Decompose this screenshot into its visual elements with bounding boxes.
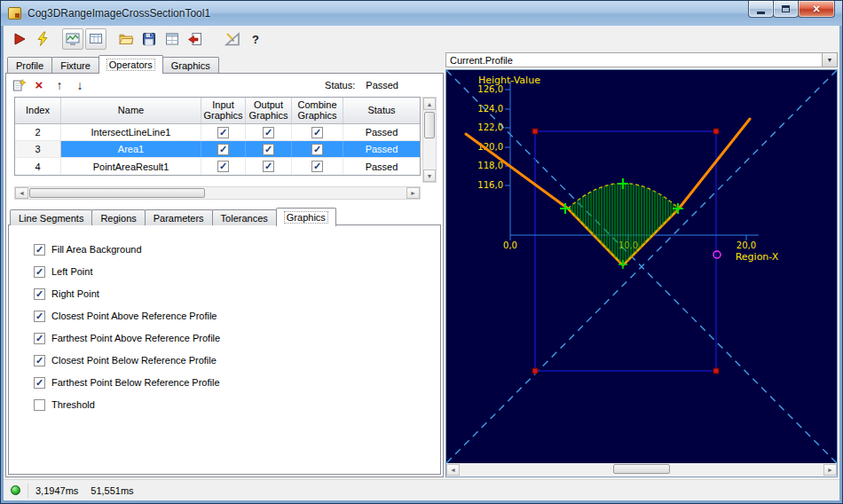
delete-x-icon: × xyxy=(35,79,43,91)
tab-regions[interactable]: Regions xyxy=(91,209,145,225)
run-button[interactable] xyxy=(9,28,30,50)
closest-point-above-checkbox[interactable] xyxy=(34,311,45,322)
tab-graphics-sub[interactable]: Graphics xyxy=(276,208,336,226)
minimize-button[interactable] xyxy=(748,1,774,18)
help-button[interactable]: ? xyxy=(245,28,266,50)
arrow-up-icon: ↑ xyxy=(57,79,63,91)
x-axis-title: Region-X xyxy=(736,251,779,263)
close-button[interactable]: × xyxy=(798,1,835,18)
chevron-down-icon[interactable]: ▼ xyxy=(822,53,837,67)
option-threshold[interactable]: Threshold xyxy=(34,398,440,411)
right-point-checkbox[interactable] xyxy=(34,288,45,300)
import-image-button[interactable] xyxy=(185,28,206,50)
cell-index: 4 xyxy=(15,158,61,175)
combine-graphics-checkbox[interactable] xyxy=(311,161,323,172)
output-graphics-checkbox[interactable] xyxy=(263,161,274,172)
run-continuous-button[interactable] xyxy=(32,28,53,50)
tab-label: Operators xyxy=(107,59,154,70)
tab-fixture[interactable]: Fixture xyxy=(51,57,99,73)
table-row[interactable]: 3 Area1 Passed xyxy=(15,141,420,158)
scroll-down-arrow[interactable]: ▼ xyxy=(423,169,436,182)
scroll-up-arrow[interactable]: ▲ xyxy=(423,98,436,110)
main-toolbar: ? xyxy=(4,26,839,52)
measure-button[interactable] xyxy=(222,28,243,50)
tab-label: Tolerances xyxy=(221,213,268,224)
option-farthest-point-above[interactable]: Farthest Point Above Reference Profile xyxy=(34,332,440,344)
display-toggle-button-a[interactable] xyxy=(62,28,83,50)
y-tick-label: 116,0 xyxy=(477,180,503,190)
table-row[interactable]: 4 PointAreaResult1 Passed xyxy=(15,158,420,175)
titlebar[interactable]: Cog3DRangeImageCrossSectionTool1 × xyxy=(1,1,842,26)
scroll-left-arrow[interactable]: ◄ xyxy=(446,464,460,476)
tab-graphics[interactable]: Graphics xyxy=(162,57,219,73)
move-operator-down-button[interactable]: ↓ xyxy=(71,76,89,94)
farthest-point-above-checkbox[interactable] xyxy=(34,333,45,344)
tab-label: Profile xyxy=(16,60,43,71)
operators-table-header: Index Name Input Graphics Output Graphic… xyxy=(15,98,420,124)
input-graphics-checkbox[interactable] xyxy=(217,144,229,155)
option-closest-point-below[interactable]: Closest Point Below Reference Profile xyxy=(34,354,440,366)
tab-label: Graphics xyxy=(285,212,327,223)
checkbox-label: Farthest Point Above Reference Profile xyxy=(51,333,220,343)
table-row[interactable]: 2 IntersectLineLine1 Passed xyxy=(15,124,420,141)
status-led-icon xyxy=(11,485,20,495)
input-graphics-checkbox[interactable] xyxy=(217,161,229,172)
display-toggle-button-b[interactable] xyxy=(85,28,106,50)
region-handle[interactable] xyxy=(532,129,538,134)
left-point-checkbox[interactable] xyxy=(34,266,45,278)
add-operator-button[interactable] xyxy=(10,76,28,94)
region-handle[interactable] xyxy=(532,368,538,374)
checkbox-label: Left Point xyxy=(51,266,92,277)
tab-operators[interactable]: Operators xyxy=(98,55,163,74)
option-left-point[interactable]: Left Point xyxy=(34,265,440,278)
scrollbar-thumb[interactable] xyxy=(29,188,205,198)
col-header-combine-graphics: Combine Graphics xyxy=(292,98,343,123)
closest-point-below-checkbox[interactable] xyxy=(34,355,45,366)
fill-area-background-checkbox[interactable] xyxy=(34,244,45,256)
tab-label: Parameters xyxy=(154,213,204,224)
app-icon xyxy=(8,7,21,20)
input-graphics-checkbox[interactable] xyxy=(217,127,229,138)
plot-horizontal-scrollbar[interactable]: ◄ ► xyxy=(446,463,837,476)
table-horizontal-scrollbar[interactable]: ◄ ► xyxy=(14,186,421,200)
option-fill-area-background[interactable]: Fill Area Background xyxy=(34,243,440,256)
copy-results-button[interactable] xyxy=(162,28,183,50)
move-operator-up-button[interactable]: ↑ xyxy=(51,76,68,94)
scroll-right-arrow[interactable]: ► xyxy=(406,187,420,199)
scrollbar-track[interactable] xyxy=(460,463,823,476)
lightning-icon xyxy=(35,31,51,47)
tab-parameters[interactable]: Parameters xyxy=(145,209,213,225)
scrollbar-thumb[interactable] xyxy=(613,464,670,474)
option-farthest-point-below[interactable]: Farthest Point Below Reference Profile xyxy=(34,376,440,389)
region-handle[interactable] xyxy=(713,129,719,134)
image-selector-combobox[interactable]: Current.Profile ▼ xyxy=(445,52,838,67)
farthest-point-below-checkbox[interactable] xyxy=(34,377,45,389)
status-bar: 3,1947ms 51,551ms xyxy=(4,479,839,500)
open-file-button[interactable] xyxy=(115,28,137,50)
total-time: 51,551ms xyxy=(91,485,133,496)
main-tabstrip: Profile Fixture Operators Graphics xyxy=(5,54,444,73)
profile-display: Height-Value 126,0 124,0 122,0 120,0 118… xyxy=(445,69,838,477)
delete-operator-button[interactable]: × xyxy=(30,76,48,94)
table-vertical-scrollbar[interactable]: ▲ ▼ xyxy=(422,97,437,183)
combine-graphics-checkbox[interactable] xyxy=(311,127,323,138)
scroll-left-arrow[interactable]: ◄ xyxy=(15,187,28,199)
output-graphics-checkbox[interactable] xyxy=(263,127,274,138)
scroll-right-arrow[interactable]: ► xyxy=(823,464,837,476)
save-file-button[interactable] xyxy=(138,28,160,50)
maximize-button[interactable] xyxy=(773,1,799,18)
tab-label: Fixture xyxy=(60,60,91,71)
output-graphics-checkbox[interactable] xyxy=(263,144,274,155)
option-closest-point-above[interactable]: Closest Point Above Reference Profile xyxy=(34,310,440,322)
maximize-icon xyxy=(782,5,790,12)
combine-graphics-checkbox[interactable] xyxy=(311,144,323,155)
tab-profile[interactable]: Profile xyxy=(7,57,52,73)
profile-plot[interactable]: Height-Value 126,0 124,0 122,0 120,0 118… xyxy=(446,70,837,463)
option-right-point[interactable]: Right Point xyxy=(34,287,440,300)
tab-label: Line Segments xyxy=(19,213,83,224)
tab-line-segments[interactable]: Line Segments xyxy=(10,209,92,225)
threshold-checkbox[interactable] xyxy=(34,399,45,411)
tab-tolerances[interactable]: Tolerances xyxy=(212,209,277,225)
scrollbar-thumb[interactable] xyxy=(424,112,435,138)
region-handle[interactable] xyxy=(713,368,719,374)
